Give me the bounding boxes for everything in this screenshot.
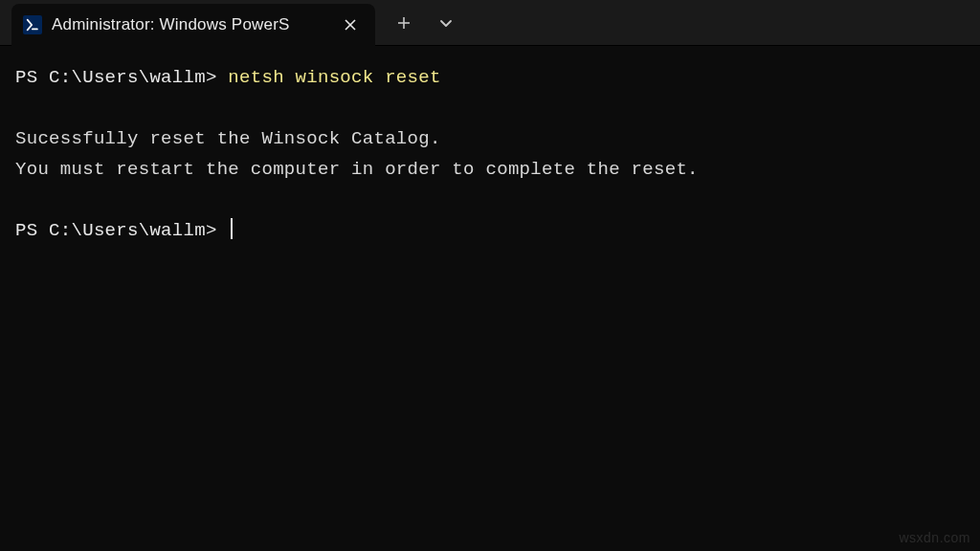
tab-bar: Administrator: Windows PowerS	[0, 0, 980, 46]
tab-active[interactable]: Administrator: Windows PowerS	[11, 4, 375, 46]
new-tab-button[interactable]	[387, 6, 421, 40]
watermark: wsxdn.com	[899, 530, 970, 545]
close-icon[interactable]	[339, 13, 362, 36]
terminal-output: Sucessfully reset the Winsock Catalog.	[15, 128, 441, 149]
terminal-prompt: PS C:\Users\wallm>	[15, 67, 228, 88]
cursor	[231, 218, 233, 239]
terminal-line: PS C:\Users\wallm>	[15, 216, 965, 247]
tab-actions	[375, 6, 463, 40]
tab-title: Administrator: Windows PowerS	[52, 15, 329, 34]
powershell-icon	[23, 15, 42, 34]
terminal-line	[15, 94, 965, 124]
terminal-output: You must restart the computer in order t…	[15, 159, 699, 180]
terminal-command: netsh winsock reset	[228, 67, 440, 88]
tab-dropdown-button[interactable]	[429, 6, 463, 40]
terminal-prompt: PS C:\Users\wallm>	[15, 220, 228, 241]
terminal-line	[15, 186, 965, 216]
terminal-line: Sucessfully reset the Winsock Catalog.	[15, 124, 965, 155]
terminal-line: PS C:\Users\wallm> netsh winsock reset	[15, 63, 965, 94]
terminal-body[interactable]: PS C:\Users\wallm> netsh winsock resetSu…	[0, 46, 980, 263]
terminal-line: You must restart the computer in order t…	[15, 155, 965, 186]
